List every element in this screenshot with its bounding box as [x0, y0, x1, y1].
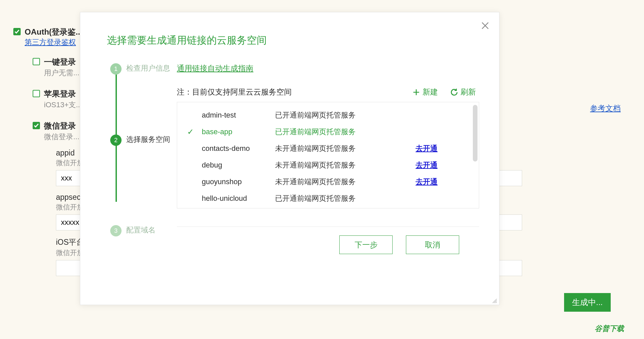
- space-status: 已开通前端网页托管服务: [275, 127, 416, 137]
- go-open-link[interactable]: 去开通: [416, 144, 438, 153]
- modal-content: 通用链接自动生成指南 注：目前仅支持阿里云云服务空间 新建 刷新: [177, 63, 479, 283]
- guide-link[interactable]: 通用链接自动生成指南: [177, 63, 253, 74]
- space-action: 去开通: [416, 177, 469, 187]
- step-2-label: 选择服务空间: [126, 135, 170, 146]
- oauth-checkbox[interactable]: [13, 28, 21, 35]
- new-space-button[interactable]: 新建: [412, 87, 438, 97]
- generate-button[interactable]: 生成中...: [564, 293, 611, 312]
- space-list: admin-test已开通前端网页托管服务✓base-app已开通前端网页托管服…: [177, 102, 479, 208]
- space-action: 去开通: [416, 160, 469, 170]
- refresh-icon: [450, 88, 459, 97]
- step-3-circle: 3: [110, 225, 122, 236]
- space-status: 未开通前端网页托管服务: [275, 144, 416, 154]
- space-name: debug: [202, 161, 275, 170]
- space-name: admin-test: [202, 111, 275, 120]
- space-row[interactable]: ✓base-app已开通前端网页托管服务: [177, 124, 479, 140]
- close-icon: [481, 21, 490, 30]
- space-row[interactable]: guoyunshop未开通前端网页托管服务去开通: [177, 173, 479, 190]
- space-row[interactable]: admin-test已开通前端网页托管服务: [177, 107, 479, 124]
- space-status: 已开通前端网页托管服务: [275, 110, 416, 120]
- resize-handle[interactable]: [491, 297, 497, 303]
- go-open-link[interactable]: 去开通: [416, 177, 438, 186]
- stepper: 1 检查用户信息 2 选择服务空间 3 配置域名: [104, 63, 170, 283]
- modal-title: 选择需要生成通用链接的云服务空间: [80, 12, 499, 47]
- space-status: 未开通前端网页托管服务: [275, 177, 416, 187]
- one-click-title: 一键登录: [44, 57, 79, 67]
- space-action: 去开通: [416, 144, 469, 154]
- reference-doc-link[interactable]: 参考文档: [590, 103, 621, 114]
- step-2-circle: 2: [110, 135, 122, 146]
- modal-close-button[interactable]: [479, 19, 492, 32]
- go-open-link[interactable]: 去开通: [416, 161, 438, 169]
- wechat-checkbox[interactable]: [33, 122, 40, 129]
- note-actions: 新建 刷新: [412, 87, 476, 97]
- space-row[interactable]: debug未开通前端网页托管服务去开通: [177, 157, 479, 173]
- new-label: 新建: [423, 87, 438, 97]
- space-row[interactable]: contacts-demo未开通前端网页托管服务去开通: [177, 140, 479, 157]
- apple-checkbox[interactable]: [33, 90, 40, 97]
- scrollbar-thumb[interactable]: [473, 105, 478, 162]
- space-row[interactable]: hello-unicloud已开通前端网页托管服务: [177, 190, 479, 207]
- step-3-label: 配置域名: [126, 225, 156, 236]
- apple-sub: iOS13+支...: [44, 100, 82, 110]
- space-name: contacts-demo: [202, 144, 275, 153]
- next-button[interactable]: 下一步: [339, 235, 393, 254]
- oauth-label: OAuth(登录鉴...: [25, 27, 82, 37]
- space-status: 未开通前端网页托管服务: [275, 160, 416, 170]
- check-icon: ✓: [187, 127, 202, 137]
- step-1-circle: 1: [110, 63, 122, 75]
- cancel-button[interactable]: 取消: [406, 235, 459, 254]
- apple-title: 苹果登录: [44, 89, 82, 99]
- select-space-modal: 选择需要生成通用链接的云服务空间 1 检查用户信息 2 选择服务空间 3 配置域…: [80, 12, 499, 305]
- refresh-button[interactable]: 刷新: [450, 87, 476, 97]
- space-name: hello-unicloud: [202, 194, 275, 203]
- step-2: 2 选择服务空间: [110, 121, 170, 146]
- space-status: 已开通前端网页托管服务: [275, 193, 416, 203]
- one-click-checkbox[interactable]: [33, 58, 40, 65]
- modal-footer: 下一步 取消: [177, 227, 479, 254]
- refresh-label: 刷新: [461, 87, 476, 97]
- space-name: guoyunshop: [202, 177, 275, 186]
- oauth-doc-link[interactable]: 第三方登录鉴权: [25, 38, 76, 46]
- space-name: base-app: [202, 128, 275, 136]
- step-3: 3 配置域名: [110, 198, 170, 236]
- one-click-sub: 用户无需...: [44, 68, 79, 78]
- note-text: 注：目前仅支持阿里云云服务空间: [177, 87, 292, 97]
- note-row: 注：目前仅支持阿里云云服务空间 新建 刷新: [177, 87, 479, 97]
- plus-icon: [412, 88, 421, 97]
- brand-watermark: 谷普下载: [595, 324, 624, 334]
- step-1: 1 检查用户信息: [110, 63, 170, 75]
- step-1-label: 检查用户信息: [126, 63, 170, 75]
